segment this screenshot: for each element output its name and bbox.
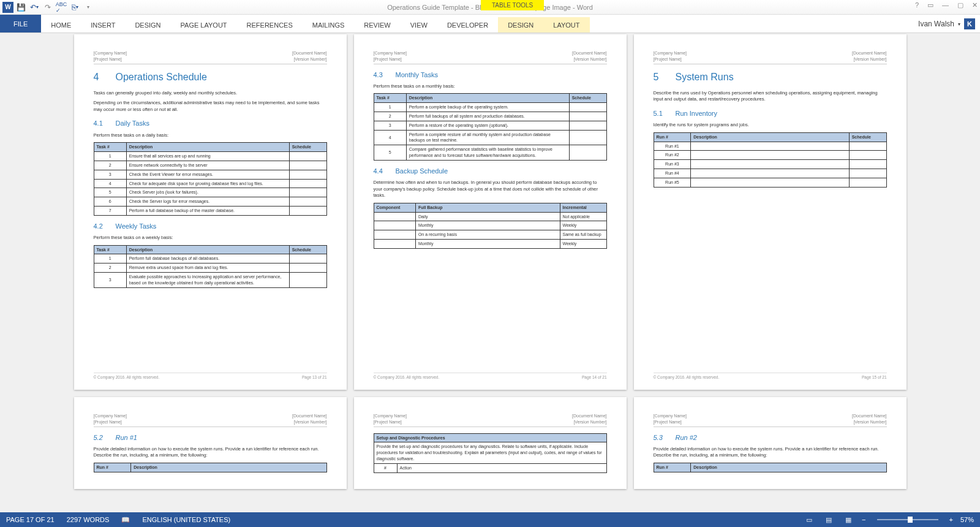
- read-mode-icon[interactable]: ▭: [803, 515, 815, 525]
- user-dropdown-icon[interactable]: ▾: [958, 21, 960, 27]
- td: Perform full backups of all system and p…: [406, 112, 569, 121]
- hdr-company: [Company Name]: [94, 414, 127, 418]
- td: 1: [94, 152, 126, 161]
- ftr-copy: © Company 2016. All rights reserved.: [374, 374, 440, 380]
- h2-text: Weekly Tasks: [116, 222, 157, 230]
- th: Schedule: [849, 132, 886, 142]
- th: Component: [374, 203, 415, 212]
- hdr-ver: [Version Number]: [293, 420, 326, 424]
- ribbon-display-icon[interactable]: ▭: [927, 1, 933, 9]
- h2-num: 4.3: [374, 70, 396, 80]
- close-icon[interactable]: ✕: [972, 1, 978, 9]
- qat-option-icon[interactable]: ⎘: [69, 1, 81, 13]
- th: Full Backup: [415, 203, 560, 212]
- help-icon[interactable]: ?: [915, 1, 919, 9]
- save-icon[interactable]: 💾: [15, 1, 27, 13]
- th: Run #: [94, 463, 131, 472]
- hdr-doc: [Document Name]: [292, 51, 326, 55]
- qat-customize-icon[interactable]: ▾: [82, 1, 94, 13]
- td: Check the Server logs for error messages…: [126, 197, 289, 207]
- hdr-ver: [Version Number]: [853, 57, 886, 61]
- td: Not applicable: [560, 212, 606, 221]
- user-avatar[interactable]: K: [964, 18, 975, 29]
- spellcheck-icon[interactable]: ABC✓: [55, 1, 67, 13]
- td: 4: [94, 179, 126, 188]
- tab-table-design[interactable]: DESIGN: [498, 17, 543, 32]
- hdr-company: [Company Name]: [654, 414, 687, 418]
- diagnostic-table: Setup and Diagnostic Procedures Provide …: [374, 433, 607, 473]
- web-layout-icon[interactable]: ▦: [842, 515, 854, 525]
- minimize-icon[interactable]: —: [942, 1, 949, 9]
- status-language[interactable]: ENGLISH (UNITED STATES): [142, 516, 230, 523]
- hdr-doc: [Document Name]: [852, 51, 886, 55]
- td: 2: [94, 161, 126, 170]
- td: Compare gathered performance statistics …: [406, 145, 569, 161]
- hdr-project: [Project Name]: [94, 57, 122, 61]
- h2-text: Run #2: [676, 434, 697, 441]
- h2-num: 5.3: [654, 433, 676, 442]
- proofing-icon[interactable]: 📖: [121, 516, 130, 524]
- td: Run #1: [654, 142, 691, 151]
- td: 6: [94, 197, 126, 207]
- print-layout-icon[interactable]: ▤: [823, 515, 835, 525]
- td: Weekly: [560, 239, 606, 248]
- td: [374, 239, 415, 248]
- tab-file[interactable]: FILE: [0, 15, 41, 32]
- th: Description: [691, 132, 849, 142]
- td: Action: [397, 463, 606, 472]
- undo-icon[interactable]: ↶: [28, 1, 40, 13]
- restore-icon[interactable]: ▢: [957, 1, 963, 9]
- td: Perform a complete backup of the operati…: [406, 103, 569, 112]
- tab-table-layout[interactable]: LAYOUT: [543, 17, 589, 32]
- tab-review[interactable]: REVIEW: [354, 17, 400, 32]
- weekly-tasks-table: Task #DescriptionSchedule 1Perform full …: [94, 245, 327, 288]
- tab-references[interactable]: REFERENCES: [237, 17, 303, 32]
- td: Same as full backup: [560, 230, 606, 240]
- status-page[interactable]: PAGE 17 OF 21: [6, 516, 55, 523]
- tab-insert[interactable]: INSERT: [81, 17, 125, 32]
- hdr-doc: [Document Name]: [572, 414, 606, 418]
- td: On a recurring basis: [415, 230, 560, 240]
- run-inventory-table: Run #DescriptionSchedule Run #1 Run #2 R…: [654, 132, 887, 188]
- h1-num: 5: [654, 70, 676, 84]
- para: Determine how often and when to run back…: [374, 180, 607, 199]
- td: Perform full database backups of all dat…: [126, 254, 289, 264]
- tab-pagelayout[interactable]: PAGE LAYOUT: [171, 17, 237, 32]
- th: Setup and Diagnostic Procedures: [374, 433, 606, 442]
- h2-num: 5.2: [94, 433, 116, 442]
- tab-developer[interactable]: DEVELOPER: [437, 17, 498, 32]
- h2-text: Backup Schedule: [396, 167, 448, 175]
- th: Schedule: [289, 245, 326, 254]
- run2-table: Run #Description: [654, 463, 887, 472]
- para: Provide detailed information on how to e…: [94, 446, 327, 459]
- th: Description: [131, 463, 326, 472]
- h2-num: 4.4: [374, 167, 396, 176]
- zoom-in-icon[interactable]: +: [949, 516, 953, 523]
- para: Depending on the circumstances, addition…: [94, 100, 327, 113]
- zoom-level[interactable]: 57%: [960, 516, 974, 523]
- th: Task #: [94, 143, 126, 152]
- td: 3: [94, 170, 126, 179]
- page-13: [Company Name][Project Name] [Document N…: [74, 34, 347, 390]
- tab-mailings[interactable]: MAILINGS: [303, 17, 355, 32]
- td: Daily: [415, 212, 560, 221]
- user-name[interactable]: Ivan Walsh: [918, 20, 954, 28]
- tab-home[interactable]: HOME: [41, 17, 81, 32]
- h1-text: Operations Schedule: [116, 72, 207, 82]
- status-words[interactable]: 2297 WORDS: [67, 516, 110, 523]
- td: 5: [94, 188, 126, 197]
- zoom-out-icon[interactable]: −: [862, 516, 865, 523]
- para: Perform these tasks on a daily basis:: [94, 132, 327, 139]
- tab-design[interactable]: DESIGN: [125, 17, 170, 32]
- redo-icon[interactable]: ↷: [42, 1, 54, 13]
- td: Ensure network connectivity to the serve…: [126, 161, 289, 170]
- hdr-company: [Company Name]: [374, 51, 407, 55]
- td: 5: [374, 145, 406, 161]
- document-canvas[interactable]: [Company Name][Project Name] [Document N…: [0, 33, 980, 512]
- tab-view[interactable]: VIEW: [401, 17, 437, 32]
- hdr-ver: [Version Number]: [853, 420, 886, 424]
- hdr-company: [Company Name]: [654, 51, 687, 55]
- zoom-slider[interactable]: [877, 519, 938, 520]
- para: Describe the runs used by Operations per…: [654, 90, 887, 103]
- ftr-page: Page 15 of 21: [862, 374, 886, 380]
